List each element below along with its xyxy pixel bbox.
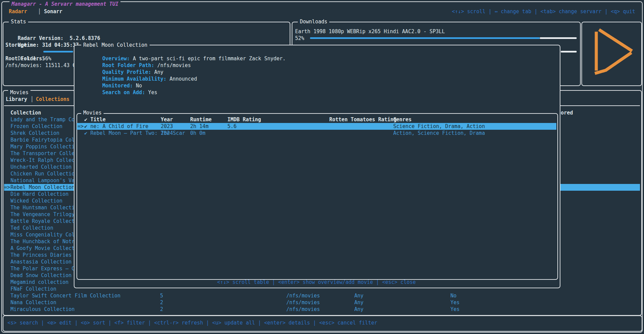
movie-year: 2023: [161, 123, 173, 130]
collection-name: Battle Royale Collect: [10, 218, 75, 225]
selected-row-marker: =>: [4, 184, 10, 191]
modal-movies-subpanel-title: Movies: [81, 109, 104, 116]
collection-name: The Polar Express – C: [10, 265, 75, 272]
collection-name: Lady and the Tramp Co: [10, 116, 75, 123]
collection-list-item[interactable]: Anastasia Collection: [4, 258, 74, 265]
selected-collection-highlight-right: [560, 184, 640, 191]
collection-name: Taylor Swift Concert Film Collection: [10, 292, 120, 299]
collection-quality-profile: Any: [354, 299, 363, 306]
radarr-logo: [587, 26, 636, 77]
collection-name: Wicked Collection: [10, 197, 63, 204]
collection-list-item[interactable]: Uncharted Collection: [4, 164, 74, 170]
collection-list-item[interactable]: The Hunchback of Notr: [4, 238, 74, 245]
field-value: Announced: [170, 76, 197, 82]
collection-list-item[interactable]: A Goofy Movie Collect: [4, 245, 74, 252]
collection-list-item[interactable]: Lady and the Tramp Co: [4, 116, 74, 123]
collection-name: Ted Collection: [10, 225, 53, 231]
top-keybind-hints: <↑↓> scroll | ↔ change tab | <tab> chang…: [452, 8, 635, 15]
collection-list-item[interactable]: Barbie Fairytopia Col: [4, 137, 74, 143]
tab-library[interactable]: Library: [6, 96, 27, 103]
modal-movies-subpanel: [76, 113, 558, 280]
collection-name: A Goofy Movie Collect: [10, 245, 75, 252]
collection-table-row[interactable]: Miraculous Collection 2 /nfs/movies Any …: [0, 306, 644, 313]
collection-list-item[interactable]: Ted Collection: [4, 225, 74, 231]
collection-name: National Lampoon's Va: [10, 177, 75, 184]
movie-year: 2024: [161, 130, 173, 137]
download-item-percent: 52%: [295, 35, 304, 42]
bottom-keybind-hints: <s> search | <e> edit | <o> sort | <f> f…: [7, 319, 377, 326]
collection-list-item[interactable]: Battle Royale Collect: [4, 218, 74, 225]
field-value: Yes: [148, 89, 157, 96]
collection-list-item[interactable]: The Polar Express – C: [4, 265, 74, 272]
modal-keybind-hints: <↑↓> scroll table | <enter> show overvie…: [74, 279, 559, 286]
modal-info-field: Monitored: No: [78, 76, 142, 82]
stats-storage-label: Storage:: [5, 42, 30, 48]
window-title: Managarr - A Servarr management TUI: [9, 1, 120, 7]
download-item-name: Earth 1998 1080p WEBRip x265 Hindi AAC2.…: [295, 28, 445, 35]
monitored-check-icon: ✔: [84, 130, 87, 137]
movie-row[interactable]: => ✔ ne: A Child of Fire 2023 2h 14m 5.6…: [77, 123, 556, 130]
collection-table-row[interactable]: Nana Collection 2 /nfs/movies Any Yes: [0, 299, 644, 306]
collection-list-item[interactable]: Wicked Collection: [4, 197, 74, 204]
tab-sonarr[interactable]: Sonarr: [44, 8, 62, 15]
collection-list-item[interactable]: The Transporter Colle: [4, 150, 74, 157]
collection-list-item[interactable]: => Rebel Moon Collection: [4, 184, 74, 191]
collection-movie-count: 2: [160, 306, 163, 313]
modal-info-field: Root Folder Path: /nfs/movies: [78, 55, 191, 62]
tab-radarr[interactable]: Radarr: [9, 8, 27, 15]
collection-list-item[interactable]: Chicken Run Collectio: [4, 170, 74, 177]
managarr-app-window: Managarr - A Servarr management TUI Rada…: [0, 0, 644, 334]
collection-movie-count: 2: [160, 299, 163, 306]
collection-quality-profile: Any: [354, 306, 363, 313]
collection-list-item[interactable]: Frozen Collection: [4, 123, 74, 130]
collection-list-item[interactable]: The Huntsman Collecti: [4, 204, 74, 211]
modal-info-field: Quality Profile: Any: [78, 62, 163, 69]
collection-name: The Huntsman Collecti: [10, 204, 75, 211]
collection-list-item[interactable]: Megamind collection: [4, 279, 74, 286]
collection-list-item[interactable]: Wreck-It Ralph Collec: [4, 157, 74, 164]
collection-list-item[interactable]: Mary Poppins Collecti: [4, 143, 74, 150]
collection-name: Mary Poppins Collecti: [10, 143, 75, 150]
collection-movie-count: 5: [160, 292, 163, 299]
modal-info-field: Overview: A two-part sci-fi epic from fi…: [78, 48, 286, 55]
monitored-column-header-fragment: ored: [561, 109, 573, 116]
movie-genres: Science Fiction, Drama, Action: [393, 123, 485, 130]
collection-list-item[interactable]: The Vengeance Trilogy: [4, 211, 74, 218]
monitored-check-icon: ✔: [84, 123, 87, 130]
stats-panel-title: Stats: [9, 18, 28, 25]
collection-name: Megamind collection: [10, 279, 69, 286]
movies-col-title: Title: [90, 116, 106, 123]
download-progress-rest: [540, 37, 577, 39]
collection-name: Shrek Collection: [10, 130, 60, 137]
movie-row[interactable]: ✔ Rebel Moon – Part Two: The Scar 2024 0…: [77, 130, 556, 137]
collection-list-item[interactable]: Die Hard Collection: [4, 191, 74, 197]
modal-title: Rebel Moon Collection: [81, 42, 150, 48]
collection-name: The Hunchback of Notr: [10, 238, 75, 245]
collection-name: Uncharted Collection: [10, 164, 72, 170]
collection-name: FNaF Collection: [10, 286, 56, 292]
collection-name: The Transporter Colle: [10, 150, 75, 157]
movies-col-rt: Rotten Tomatoes Rating: [329, 116, 397, 123]
collection-name: The Vengeance Trilogy: [10, 211, 75, 218]
collection-table-row[interactable]: Taylor Swift Concert Film Collection 5 /…: [0, 292, 644, 299]
movie-imdb-rating: 5.6: [227, 123, 237, 130]
collection-list-item[interactable]: National Lampoon's Va: [4, 177, 74, 184]
movies-panel-title: Movies: [8, 89, 30, 96]
collection-list-item[interactable]: Shrek Collection: [4, 130, 74, 137]
disk-usage-gauge: [43, 51, 73, 53]
collection-name: Miss Congeniality Col: [10, 231, 75, 238]
field-label: Search on Add:: [102, 89, 148, 96]
movies-col-genres: Genres: [393, 116, 412, 123]
collection-name: The Princess Diaries: [10, 252, 72, 258]
stats-root-folders-label: Root Folders:: [5, 55, 45, 62]
collection-name: Rebel Moon Collection: [10, 184, 75, 191]
collection-monitored: Yes: [450, 299, 460, 306]
collection-list-item[interactable]: Miss Congeniality Col: [4, 231, 74, 238]
collection-column-header: Collection: [10, 109, 41, 116]
collection-list-item[interactable]: FNaF Collection: [4, 286, 74, 292]
collection-list-item[interactable]: The Princess Diaries: [4, 252, 74, 258]
collection-name: Anastasia Collection: [10, 258, 72, 265]
tab-collections[interactable]: Collections: [36, 96, 69, 103]
collection-name: Wreck-It Ralph Collec: [10, 157, 75, 164]
collection-list-item[interactable]: Dead Snow Collection: [4, 272, 74, 279]
